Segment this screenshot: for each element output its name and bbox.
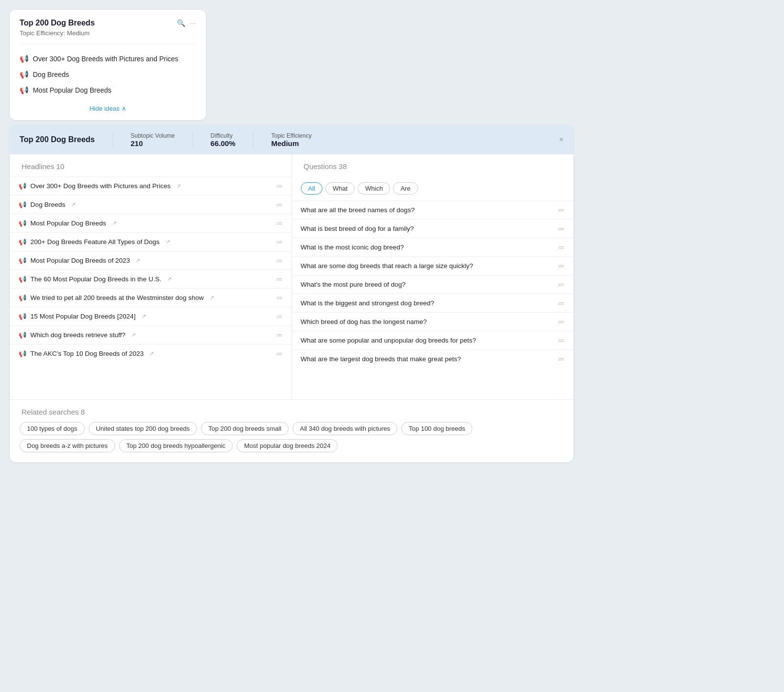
top-card-title: Top 200 Dog Breeds — [20, 19, 95, 27]
hide-ideas-button[interactable]: Hide ideas ∧ — [20, 98, 196, 120]
external-link-icon[interactable]: ↗ — [142, 313, 146, 320]
external-link-icon[interactable]: ↗ — [167, 276, 172, 282]
headline-text: Most Popular Dog Breeds of 2023 — [30, 257, 130, 264]
sort-icon[interactable]: ≔ — [276, 331, 283, 339]
question-text: What is the most iconic dog breed? — [301, 244, 559, 251]
headline-item: 📢 15 Most Popular Dog Breeds [2024] ↗ ≔ — [10, 307, 292, 325]
filter-tab-are[interactable]: Are — [393, 182, 417, 195]
sort-icon[interactable]: ≔ — [276, 201, 283, 208]
megaphone-icon-1: 📢 — [20, 54, 29, 63]
filter-tab-what[interactable]: What — [325, 182, 355, 195]
related-searches-section: Related searches8 100 types of dogsUnite… — [10, 399, 573, 462]
sort-icon[interactable]: ≔ — [276, 257, 283, 264]
search-icon[interactable]: 🔍 — [177, 19, 185, 27]
headline-item: 📢 The AKC's Top 10 Dog Breeds of 2023 ↗ … — [10, 344, 292, 363]
filter-tab-which[interactable]: Which — [358, 182, 390, 195]
question-item: What are the largest dog breeds that mak… — [292, 349, 574, 368]
headline-text: Most Popular Dog Breeds — [30, 220, 106, 227]
external-link-icon[interactable]: ↗ — [149, 350, 154, 357]
add-to-editor-icon[interactable]: ≔ — [558, 244, 564, 251]
related-tag[interactable]: All 340 dog breeds with pictures — [293, 422, 397, 435]
related-searches-header: Related searches8 — [20, 408, 564, 416]
megaphone-icon: 📢 — [19, 182, 26, 190]
headline-item: 📢 Dog Breeds ↗ ≔ — [10, 195, 292, 214]
headline-item: 📢 Over 300+ Dog Breeds with Pictures and… — [10, 176, 292, 195]
question-text: Which breed of dog has the longest name? — [301, 318, 559, 325]
idea-item-1: 📢 Over 300+ Dog Breeds with Pictures and… — [20, 51, 196, 67]
related-tag[interactable]: 100 types of dogs — [20, 422, 85, 435]
sort-icon[interactable]: ≔ — [276, 275, 283, 283]
add-to-editor-icon[interactable]: ≔ — [558, 225, 564, 232]
add-to-editor-icon[interactable]: ≔ — [558, 337, 564, 344]
external-link-icon[interactable]: ↗ — [176, 183, 181, 189]
divider-2 — [193, 132, 193, 148]
add-to-editor-icon[interactable]: ≔ — [558, 299, 564, 307]
headline-item-left-9: 📢 The AKC's Top 10 Dog Breeds of 2023 ↗ — [19, 350, 276, 357]
headline-item: 📢 Most Popular Dog Breeds of 2023 ↗ ≔ — [10, 251, 292, 270]
megaphone-icon: 📢 — [19, 257, 26, 264]
headline-item-left-1: 📢 Dog Breeds ↗ — [19, 201, 276, 208]
external-link-icon[interactable]: ↗ — [112, 220, 117, 226]
topic-efficiency-value: Medium — [271, 139, 311, 148]
megaphone-icon: 📢 — [19, 238, 26, 246]
headline-item: 📢 Most Popular Dog Breeds ↗ ≔ — [10, 214, 292, 232]
external-link-icon[interactable]: ↗ — [210, 295, 214, 301]
external-link-icon[interactable]: ↗ — [136, 257, 140, 264]
filter-tab-all[interactable]: All — [301, 182, 322, 195]
headlines-list: 📢 Over 300+ Dog Breeds with Pictures and… — [10, 176, 292, 363]
top-card-actions: 🔍 ··· — [177, 19, 196, 27]
sort-icon[interactable]: ≔ — [276, 294, 283, 301]
questions-column: Questions38 AllWhatWhichAre What are all… — [292, 154, 574, 399]
questions-list: What are all the breed names of dogs? ≔ … — [292, 200, 574, 368]
question-item: What are some popular and unpopular dog … — [292, 331, 574, 349]
headlines-column: Headlines10 📢 Over 300+ Dog Breeds with … — [10, 154, 292, 399]
panel-header-title: Top 200 Dog Breeds — [20, 135, 95, 144]
headline-text: Dog Breeds — [30, 201, 65, 208]
headline-text: 15 Most Popular Dog Breeds [2024] — [30, 313, 136, 320]
headline-text: We tried to pet all 200 breeds at the We… — [30, 294, 204, 301]
related-tags-container: 100 types of dogsUnited states top 200 d… — [20, 422, 564, 452]
related-tag[interactable]: Top 100 dog breeds — [401, 422, 472, 435]
question-item: Which breed of dog has the longest name?… — [292, 312, 574, 331]
megaphone-icon: 📢 — [19, 294, 26, 301]
topic-efficiency-label: Topic Efficiency — [271, 132, 311, 139]
related-tag[interactable]: Dog breeds a-z with pictures — [20, 439, 115, 452]
sort-icon[interactable]: ≔ — [276, 238, 283, 246]
add-to-editor-icon[interactable]: ≔ — [558, 281, 564, 288]
headline-item-left-4: 📢 Most Popular Dog Breeds of 2023 ↗ — [19, 257, 276, 264]
headline-item-left-6: 📢 We tried to pet all 200 breeds at the … — [19, 294, 276, 301]
megaphone-icon: 📢 — [19, 313, 26, 320]
external-link-icon[interactable]: ↗ — [166, 239, 170, 245]
idea-item-2: 📢 Dog Breeds — [20, 67, 196, 82]
idea-text-2: Dog Breeds — [33, 71, 69, 78]
sort-icon[interactable]: ≔ — [276, 220, 283, 227]
related-tag[interactable]: Top 200 dog breeds small — [201, 422, 289, 435]
related-tag[interactable]: Most popular dog breeds 2024 — [237, 439, 338, 452]
headlines-label: Headlines — [22, 162, 54, 171]
related-tag[interactable]: Top 200 dog breeds hypoallergenic — [119, 439, 233, 452]
related-tag[interactable]: United states top 200 dog breeds — [89, 422, 197, 435]
headline-item-left-5: 📢 The 60 Most Popular Dog Breeds in the … — [19, 275, 276, 283]
sort-icon[interactable]: ≔ — [276, 313, 283, 320]
external-link-icon[interactable]: ↗ — [131, 332, 136, 338]
close-button[interactable]: × — [559, 135, 564, 144]
add-to-editor-icon[interactable]: ≔ — [558, 262, 564, 270]
question-text: What is best breed of dog for a family? — [301, 225, 559, 232]
question-text: What are some popular and unpopular dog … — [301, 337, 559, 344]
headline-item-left-3: 📢 200+ Dog Breeds Feature All Types of D… — [19, 238, 276, 246]
sort-icon[interactable]: ≔ — [276, 182, 283, 190]
headline-item-left-0: 📢 Over 300+ Dog Breeds with Pictures and… — [19, 182, 276, 190]
add-to-editor-icon[interactable]: ≔ — [558, 355, 564, 363]
sort-icon[interactable]: ≔ — [276, 350, 283, 357]
headline-text: Which dog breeds retrieve stuff? — [30, 331, 125, 339]
more-options-icon[interactable]: ··· — [190, 19, 196, 27]
megaphone-icon: 📢 — [19, 350, 26, 357]
external-link-icon[interactable]: ↗ — [71, 201, 75, 208]
add-to-editor-icon[interactable]: ≔ — [558, 318, 564, 325]
question-text: What are some dog breeds that reach a la… — [301, 262, 559, 270]
headline-item: 📢 200+ Dog Breeds Feature All Types of D… — [10, 232, 292, 251]
megaphone-icon-3: 📢 — [20, 86, 29, 95]
megaphone-icon: 📢 — [19, 201, 26, 208]
add-to-editor-icon[interactable]: ≔ — [558, 206, 564, 214]
megaphone-icon-2: 📢 — [20, 70, 29, 79]
